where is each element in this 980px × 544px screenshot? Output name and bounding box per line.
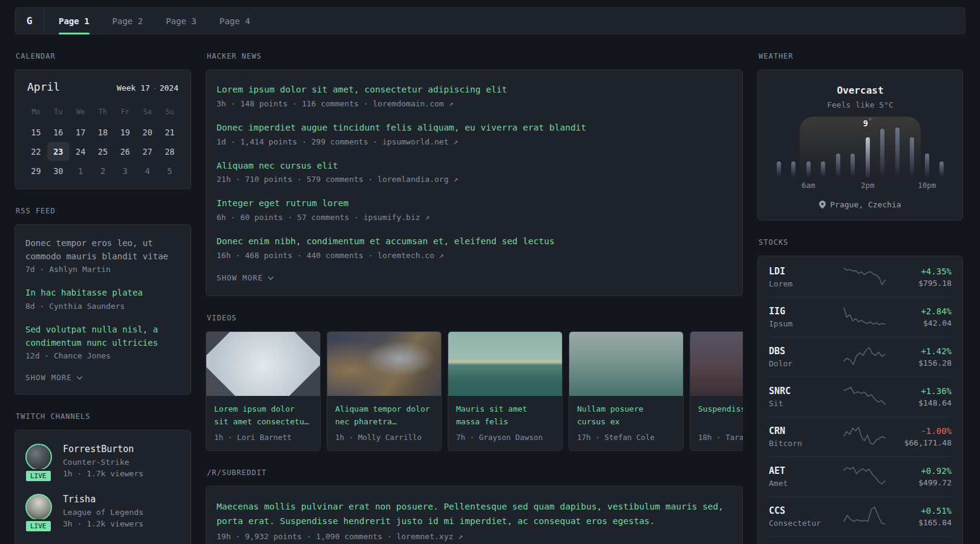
calendar-day[interactable]: 26 xyxy=(114,142,136,161)
video-card-body: Aliquam tempor dolor nec pharetra… 1h · … xyxy=(327,396,441,450)
hackernews-item[interactable]: Donec enim nibh, condimentum et accumsan… xyxy=(217,235,732,260)
calendar-day[interactable]: 22 xyxy=(25,142,47,161)
stock-row[interactable]: SNRC Sit +1.36% $148.64 xyxy=(768,377,953,416)
twitch-channel-row[interactable]: LIVE Trisha League of Legends 3h · 1.2k … xyxy=(25,494,180,528)
page-tab[interactable]: Page 1 xyxy=(59,8,90,34)
calendar-day[interactable]: 21 xyxy=(158,123,181,141)
stock-id: CCS Consectetur xyxy=(769,505,843,528)
calendar-day[interactable]: 18 xyxy=(92,123,114,141)
weather-bar xyxy=(851,154,855,177)
video-card[interactable]: Mauris sit amet massa felis 7h · Grayson… xyxy=(448,331,563,451)
stock-sparkline xyxy=(843,425,886,447)
stock-row[interactable]: DBS Dolor +1.42% $156.28 xyxy=(768,337,953,377)
video-title[interactable]: Lorem ipsum dolor sit amet consectetu… xyxy=(214,403,312,429)
hackernews-item[interactable]: Integer eget rutrum lorem 6h · 60 points… xyxy=(217,197,732,222)
video-title[interactable]: Nullam posuere cursus ex xyxy=(577,403,675,429)
calendar-day[interactable]: 29 xyxy=(25,161,47,180)
hackernews-item-title[interactable]: Aliquam nec cursus elit xyxy=(217,160,732,173)
hackernews-item-title[interactable]: Lorem ipsum dolor sit amet, consectetur … xyxy=(217,83,732,97)
calendar-day[interactable]: 17 xyxy=(70,123,92,141)
stock-row[interactable]: AET Amet +0.92% $499.72 xyxy=(768,456,953,496)
hackernews-item-title[interactable]: Donec enim nibh, condimentum et accumsan… xyxy=(217,235,732,248)
chevron-down-icon xyxy=(267,276,274,280)
calendar-day[interactable]: 15 xyxy=(25,123,47,141)
video-card-body: Lorem ipsum dolor sit amet consectetu… 1… xyxy=(206,396,320,450)
twitch-items: LIVE ForrestBurton Counter-Strike 1h · 1… xyxy=(25,444,180,544)
chevron-down-icon xyxy=(76,376,83,380)
rss-item[interactable]: Sed volutpat nulla nisl, a condimentum n… xyxy=(25,323,180,360)
twitch-channel-game: Counter-Strike xyxy=(63,458,143,467)
video-card[interactable]: Nullam posuere cursus ex 17h · Stefan Co… xyxy=(569,331,684,451)
stock-change: +2.84% xyxy=(886,306,952,316)
twitch-channel-name[interactable]: ForrestBurton xyxy=(63,444,143,455)
calendar-day[interactable]: 1 xyxy=(70,161,92,180)
stock-row[interactable]: CCS Consectetur +0.51% $165.84 xyxy=(768,496,953,536)
videos-row: Lorem ipsum dolor sit amet consectetu… 1… xyxy=(206,331,743,451)
calendar-widget: April Week 17·2024 MoTuWeThFrSaSu1516171… xyxy=(15,70,191,189)
calendar-day[interactable]: 19 xyxy=(114,123,136,141)
weather-bar-cell xyxy=(860,128,875,177)
twitch-channel-name[interactable]: Trisha xyxy=(63,494,143,505)
rss-item[interactable]: In hac habitasse platea 8d · Cynthia Sau… xyxy=(25,287,180,311)
video-title[interactable]: Aliquam tempor dolor nec pharetra… xyxy=(335,403,433,429)
stock-row[interactable]: CRN Bitcorn -1.00% $66,171.48 xyxy=(768,416,953,456)
calendar-divider: · xyxy=(152,83,157,92)
hackernews-show-more-button[interactable]: SHOW MORE xyxy=(217,273,732,282)
weather-bar-cell xyxy=(801,128,816,177)
hackernews-item[interactable]: Donec imperdiet augue tincidunt felis al… xyxy=(217,121,732,146)
calendar-day[interactable]: 16 xyxy=(47,123,70,141)
weather-bar xyxy=(910,137,914,177)
video-card-body: Nullam posuere cursus ex 17h · Stefan Co… xyxy=(569,396,683,450)
stock-row[interactable]: IIG Ipsum +2.84% $42.04 xyxy=(768,297,953,337)
rss-item[interactable]: Donec tempor eros leo, ut commodo mauris… xyxy=(25,237,180,274)
rss-item-title[interactable]: Donec tempor eros leo, ut commodo mauris… xyxy=(25,237,180,263)
page-tab[interactable]: Page 2 xyxy=(113,8,143,34)
video-thumbnail xyxy=(569,332,683,396)
weather-bar xyxy=(939,161,944,177)
video-card[interactable]: Aliquam tempor dolor nec pharetra… 1h · … xyxy=(327,331,442,451)
video-title[interactable]: Suspendisse diam xyxy=(698,403,743,429)
stock-price: $66,171.48 xyxy=(886,438,952,447)
calendar-day[interactable]: 30 xyxy=(47,161,70,180)
stock-id: LDI Lorem xyxy=(769,266,843,288)
weather-hourly-chart: 9°6am2pm10pm xyxy=(771,119,949,192)
calendar-day[interactable]: 28 xyxy=(158,142,181,161)
stock-symbol: IIG xyxy=(769,306,843,317)
video-title[interactable]: Mauris sit amet massa felis xyxy=(456,403,554,429)
stock-values: +0.92% $499.72 xyxy=(886,466,952,487)
calendar-day[interactable]: 20 xyxy=(136,123,158,141)
calendar-day[interactable]: 3 xyxy=(114,161,136,180)
rss-item-meta: 7d · Ashlyn Martin xyxy=(25,265,180,274)
rss-item-title[interactable]: In hac habitasse platea xyxy=(25,287,180,300)
calendar-day[interactable]: 4 xyxy=(136,161,158,180)
calendar-day[interactable]: 27 xyxy=(136,142,158,161)
rss-item-title[interactable]: Sed volutpat nulla nisl, a condimentum n… xyxy=(25,323,180,349)
stock-row[interactable]: LDI Lorem +4.35% $795.18 xyxy=(768,257,953,297)
video-card[interactable]: Suspendisse diam 18h · Tara xyxy=(690,331,743,451)
stock-row[interactable]: AHS +0.46% xyxy=(768,536,953,544)
top-navigation-bar: G Page 1Page 2Page 3Page 4 xyxy=(15,7,965,34)
reddit-post-title[interactable]: Maecenas mollis pulvinar erat non posuer… xyxy=(217,500,732,529)
hackernews-item-title[interactable]: Integer eget rutrum lorem xyxy=(217,197,732,210)
left-column: CALENDAR April Week 17·2024 MoTuWeThFrSa… xyxy=(15,34,191,544)
rss-show-more-button[interactable]: SHOW MORE xyxy=(25,373,180,382)
live-badge: LIVE xyxy=(24,519,53,533)
hackernews-item-title[interactable]: Donec imperdiet augue tincidunt felis al… xyxy=(217,121,732,135)
calendar-weekday: Sa xyxy=(136,104,158,122)
calendar-day[interactable]: 5 xyxy=(158,161,181,180)
hackernews-item[interactable]: Aliquam nec cursus elit 21h · 710 points… xyxy=(217,160,732,184)
video-thumbnail xyxy=(206,332,320,396)
page-tab[interactable]: Page 3 xyxy=(166,8,197,34)
twitch-channel-row[interactable]: LIVE ForrestBurton Counter-Strike 1h · 1… xyxy=(25,444,180,478)
video-card[interactable]: Lorem ipsum dolor sit amet consectetu… 1… xyxy=(206,331,321,451)
calendar-day[interactable]: 2 xyxy=(92,161,114,180)
reddit-post[interactable]: Maecenas mollis pulvinar erat non posuer… xyxy=(217,500,732,541)
middle-column: HACKER NEWS Lorem ipsum dolor sit amet, … xyxy=(206,34,743,544)
stock-id: CRN Bitcorn xyxy=(769,426,843,448)
calendar-day-selected[interactable]: 23 xyxy=(47,142,70,161)
twitch-avatar-wrap: LIVE xyxy=(25,444,53,478)
page-tab[interactable]: Page 4 xyxy=(220,8,250,34)
hackernews-item[interactable]: Lorem ipsum dolor sit amet, consectetur … xyxy=(217,83,732,108)
calendar-day[interactable]: 24 xyxy=(70,142,92,161)
calendar-day[interactable]: 25 xyxy=(92,142,114,161)
